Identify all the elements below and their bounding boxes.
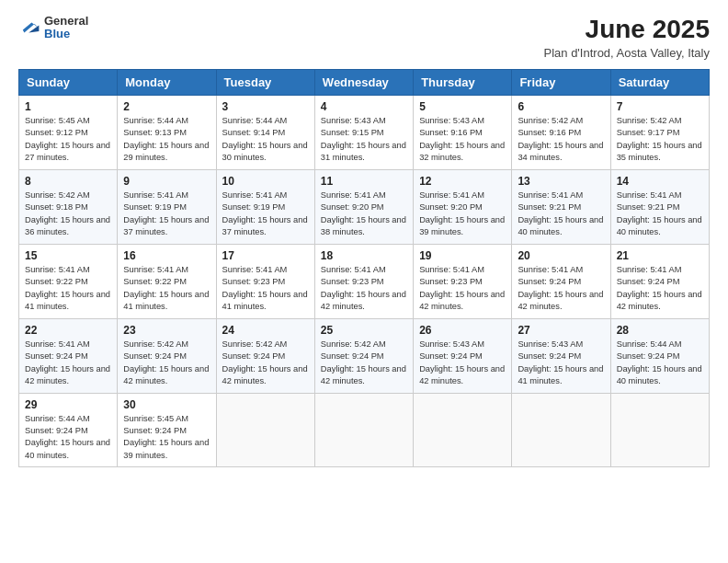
table-row: 5 Sunrise: 5:43 AMSunset: 9:16 PMDayligh… bbox=[414, 96, 512, 170]
table-row: 12 Sunrise: 5:41 AMSunset: 9:20 PMDaylig… bbox=[414, 169, 512, 244]
day-number: 26 bbox=[419, 324, 506, 337]
calendar-table: Sunday Monday Tuesday Wednesday Thursday… bbox=[18, 69, 710, 467]
table-row: 21 Sunrise: 5:41 AMSunset: 9:24 PMDaylig… bbox=[610, 244, 709, 318]
day-number: 15 bbox=[25, 249, 111, 262]
day-number: 8 bbox=[25, 175, 111, 188]
day-detail: Sunrise: 5:41 AMSunset: 9:23 PMDaylight:… bbox=[321, 264, 407, 314]
calendar-week-row: 1 Sunrise: 5:45 AMSunset: 9:12 PMDayligh… bbox=[19, 96, 710, 170]
day-number: 25 bbox=[321, 324, 407, 337]
day-detail: Sunrise: 5:43 AMSunset: 9:15 PMDaylight:… bbox=[321, 115, 407, 165]
table-row: 27 Sunrise: 5:43 AMSunset: 9:24 PMDaylig… bbox=[512, 318, 610, 393]
day-detail: Sunrise: 5:43 AMSunset: 9:24 PMDaylight:… bbox=[419, 339, 506, 388]
day-number: 22 bbox=[25, 324, 111, 337]
day-number: 12 bbox=[419, 175, 506, 188]
table-row bbox=[610, 393, 709, 467]
day-detail: Sunrise: 5:43 AMSunset: 9:24 PMDaylight:… bbox=[518, 339, 604, 388]
table-row: 6 Sunrise: 5:42 AMSunset: 9:16 PMDayligh… bbox=[512, 96, 610, 170]
day-detail: Sunrise: 5:41 AMSunset: 9:21 PMDaylight:… bbox=[518, 190, 604, 239]
day-number: 5 bbox=[419, 100, 506, 113]
header-monday: Monday bbox=[118, 70, 216, 96]
day-number: 16 bbox=[123, 249, 210, 262]
header-tuesday: Tuesday bbox=[216, 70, 314, 96]
day-detail: Sunrise: 5:43 AMSunset: 9:16 PMDaylight:… bbox=[419, 115, 506, 165]
header-friday: Friday bbox=[512, 70, 610, 96]
header-sunday: Sunday bbox=[19, 70, 118, 96]
day-detail: Sunrise: 5:42 AMSunset: 9:16 PMDaylight:… bbox=[518, 115, 604, 165]
table-row: 13 Sunrise: 5:41 AMSunset: 9:21 PMDaylig… bbox=[512, 169, 610, 244]
day-detail: Sunrise: 5:41 AMSunset: 9:22 PMDaylight:… bbox=[123, 264, 210, 314]
day-number: 7 bbox=[617, 100, 703, 113]
day-number: 19 bbox=[419, 249, 506, 262]
logo-general: General bbox=[44, 15, 88, 28]
calendar-title: June 2025 bbox=[544, 15, 711, 44]
calendar-week-row: 8 Sunrise: 5:42 AMSunset: 9:18 PMDayligh… bbox=[19, 169, 710, 244]
day-detail: Sunrise: 5:41 AMSunset: 9:20 PMDaylight:… bbox=[419, 190, 506, 239]
day-number: 29 bbox=[25, 398, 111, 411]
table-row: 30 Sunrise: 5:45 AMSunset: 9:24 PMDaylig… bbox=[118, 393, 216, 467]
day-detail: Sunrise: 5:41 AMSunset: 9:24 PMDaylight:… bbox=[617, 264, 703, 314]
table-row: 24 Sunrise: 5:42 AMSunset: 9:24 PMDaylig… bbox=[216, 318, 314, 393]
day-detail: Sunrise: 5:41 AMSunset: 9:24 PMDaylight:… bbox=[25, 339, 111, 388]
table-row: 2 Sunrise: 5:44 AMSunset: 9:13 PMDayligh… bbox=[118, 96, 216, 170]
table-row: 25 Sunrise: 5:42 AMSunset: 9:24 PMDaylig… bbox=[314, 318, 413, 393]
table-row: 15 Sunrise: 5:41 AMSunset: 9:22 PMDaylig… bbox=[19, 244, 118, 318]
table-row: 18 Sunrise: 5:41 AMSunset: 9:23 PMDaylig… bbox=[314, 244, 413, 318]
day-detail: Sunrise: 5:44 AMSunset: 9:24 PMDaylight:… bbox=[617, 339, 703, 388]
day-number: 10 bbox=[222, 175, 309, 188]
table-row: 3 Sunrise: 5:44 AMSunset: 9:14 PMDayligh… bbox=[216, 96, 314, 170]
day-number: 21 bbox=[617, 249, 703, 262]
day-number: 13 bbox=[518, 175, 604, 188]
logo-icon bbox=[18, 17, 40, 39]
day-detail: Sunrise: 5:41 AMSunset: 9:23 PMDaylight:… bbox=[222, 264, 309, 314]
header-wednesday: Wednesday bbox=[314, 70, 413, 96]
table-row: 4 Sunrise: 5:43 AMSunset: 9:15 PMDayligh… bbox=[314, 96, 413, 170]
day-number: 24 bbox=[222, 324, 309, 337]
table-row: 23 Sunrise: 5:42 AMSunset: 9:24 PMDaylig… bbox=[118, 318, 216, 393]
table-row: 7 Sunrise: 5:42 AMSunset: 9:17 PMDayligh… bbox=[610, 96, 709, 170]
table-row: 17 Sunrise: 5:41 AMSunset: 9:23 PMDaylig… bbox=[216, 244, 314, 318]
table-row: 16 Sunrise: 5:41 AMSunset: 9:22 PMDaylig… bbox=[118, 244, 216, 318]
header-saturday: Saturday bbox=[610, 70, 709, 96]
day-number: 1 bbox=[25, 100, 111, 113]
day-number: 4 bbox=[321, 100, 407, 113]
table-row bbox=[314, 393, 413, 467]
logo: General Blue bbox=[18, 15, 88, 41]
day-number: 6 bbox=[518, 100, 604, 113]
table-row bbox=[216, 393, 314, 467]
table-row: 28 Sunrise: 5:44 AMSunset: 9:24 PMDaylig… bbox=[610, 318, 709, 393]
day-detail: Sunrise: 5:42 AMSunset: 9:17 PMDaylight:… bbox=[617, 115, 703, 165]
calendar-header-row: Sunday Monday Tuesday Wednesday Thursday… bbox=[19, 70, 710, 96]
table-row bbox=[414, 393, 512, 467]
title-block: June 2025 Plan d'Introd, Aosta Valley, I… bbox=[544, 15, 711, 60]
calendar-week-row: 29 Sunrise: 5:44 AMSunset: 9:24 PMDaylig… bbox=[19, 393, 710, 467]
day-number: 20 bbox=[518, 249, 604, 262]
table-row: 1 Sunrise: 5:45 AMSunset: 9:12 PMDayligh… bbox=[19, 96, 118, 170]
day-number: 17 bbox=[222, 249, 309, 262]
day-number: 27 bbox=[518, 324, 604, 337]
table-row bbox=[512, 393, 610, 467]
day-number: 9 bbox=[123, 175, 210, 188]
day-detail: Sunrise: 5:44 AMSunset: 9:14 PMDaylight:… bbox=[222, 115, 309, 165]
day-detail: Sunrise: 5:42 AMSunset: 9:18 PMDaylight:… bbox=[25, 190, 111, 239]
table-row: 19 Sunrise: 5:41 AMSunset: 9:23 PMDaylig… bbox=[414, 244, 512, 318]
day-number: 14 bbox=[617, 175, 703, 188]
calendar-week-row: 15 Sunrise: 5:41 AMSunset: 9:22 PMDaylig… bbox=[19, 244, 710, 318]
day-detail: Sunrise: 5:45 AMSunset: 9:12 PMDaylight:… bbox=[25, 115, 111, 165]
table-row: 22 Sunrise: 5:41 AMSunset: 9:24 PMDaylig… bbox=[19, 318, 118, 393]
day-detail: Sunrise: 5:42 AMSunset: 9:24 PMDaylight:… bbox=[123, 339, 210, 388]
day-detail: Sunrise: 5:44 AMSunset: 9:24 PMDaylight:… bbox=[25, 413, 111, 463]
day-number: 18 bbox=[321, 249, 407, 262]
day-detail: Sunrise: 5:41 AMSunset: 9:19 PMDaylight:… bbox=[222, 190, 309, 239]
table-row: 29 Sunrise: 5:44 AMSunset: 9:24 PMDaylig… bbox=[19, 393, 118, 467]
day-detail: Sunrise: 5:41 AMSunset: 9:24 PMDaylight:… bbox=[518, 264, 604, 314]
table-row: 10 Sunrise: 5:41 AMSunset: 9:19 PMDaylig… bbox=[216, 169, 314, 244]
table-row: 20 Sunrise: 5:41 AMSunset: 9:24 PMDaylig… bbox=[512, 244, 610, 318]
page: General Blue June 2025 Plan d'Introd, Ao… bbox=[0, 0, 728, 563]
table-row: 9 Sunrise: 5:41 AMSunset: 9:19 PMDayligh… bbox=[118, 169, 216, 244]
day-number: 3 bbox=[222, 100, 309, 113]
table-row: 26 Sunrise: 5:43 AMSunset: 9:24 PMDaylig… bbox=[414, 318, 512, 393]
day-detail: Sunrise: 5:41 AMSunset: 9:21 PMDaylight:… bbox=[617, 190, 703, 239]
day-number: 23 bbox=[123, 324, 210, 337]
logo-blue: Blue bbox=[44, 28, 88, 40]
day-detail: Sunrise: 5:45 AMSunset: 9:24 PMDaylight:… bbox=[123, 413, 210, 463]
